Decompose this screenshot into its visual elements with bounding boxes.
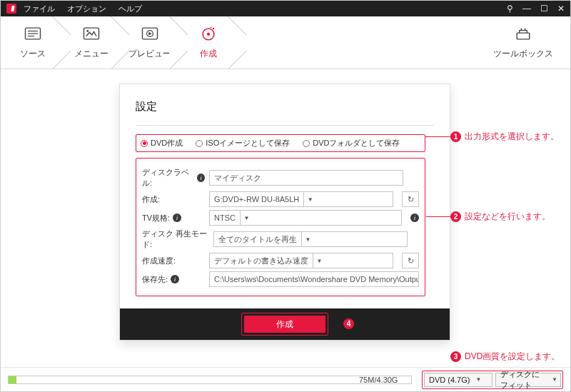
chevron-down-icon: ▼	[313, 253, 325, 268]
preview-icon	[140, 25, 160, 42]
settings-form: ディスクラベル:i マイディスク 作成: G:DVD+-RW DU-8A5LH▼…	[136, 158, 425, 296]
chevron-down-icon: ▼	[475, 376, 481, 383]
tab-create[interactable]: 作成	[179, 16, 238, 69]
create-button-frame: 作成	[241, 313, 328, 336]
radio-dot-icon	[196, 140, 203, 147]
callout-1: 1出力形式を選択します。	[450, 131, 559, 143]
capacity-progress	[8, 376, 412, 384]
refresh-burner-button[interactable]: ↻	[402, 191, 419, 207]
select-burn-to[interactable]: G:DVD+-RW DU-8A5LH▼	[209, 191, 393, 207]
close-icon[interactable]: ✕	[557, 4, 565, 14]
radio-dvd-create[interactable]: DVD作成	[141, 138, 183, 149]
menu-option[interactable]: オプション	[67, 4, 106, 13]
badge-icon: 3	[450, 351, 461, 362]
select-play-mode[interactable]: 全てのタイトルを再生▼	[213, 231, 408, 247]
callout-connector	[426, 216, 450, 217]
tab-menu-label: メニュー	[74, 48, 108, 60]
progress-fill	[9, 376, 16, 383]
select-fit-mode[interactable]: ディスクにフィット▼	[495, 373, 561, 387]
info-icon[interactable]: i	[197, 174, 205, 182]
divider	[136, 125, 434, 126]
label-save-to: 保存先:	[142, 274, 168, 285]
panel-title: 設定	[136, 100, 434, 114]
label-disc-label: ディスクラベル:	[142, 167, 194, 189]
badge-icon: 2	[450, 211, 461, 222]
tab-toolbox[interactable]: ツールボックス	[493, 16, 553, 69]
window-controls: ⚲ — ☐ ✕	[500, 4, 565, 14]
svg-rect-13	[517, 33, 530, 39]
tab-toolbox-label: ツールボックス	[493, 48, 553, 60]
svg-point-14	[520, 29, 522, 30]
svg-point-12	[211, 26, 212, 28]
label-burn-speed: 作成速度:	[142, 256, 176, 266]
input-disc-label[interactable]: マイディスク	[209, 170, 403, 186]
radio-dot-icon	[303, 140, 310, 147]
menu-bar: ファイル オプション ヘルプ	[24, 4, 152, 14]
info-icon[interactable]: i	[410, 213, 419, 222]
svg-point-10	[207, 33, 210, 36]
status-bar: 75M/4.30G DVD (4.7G)▼ ディスクにフィット▼	[1, 367, 570, 391]
svg-point-15	[525, 29, 526, 30]
select-disc-type[interactable]: DVD (4.7G)▼	[424, 373, 492, 387]
quality-selectors-frame: DVD (4.7G)▼ ディスクにフィット▼	[422, 371, 563, 389]
callout-connector	[425, 136, 450, 137]
action-bar: 作成	[120, 308, 450, 340]
output-format-group: DVD作成 ISOイメージとして保存 DVDフォルダとして保存	[136, 134, 425, 152]
source-icon	[23, 25, 43, 42]
maximize-icon[interactable]: ☐	[540, 4, 548, 14]
tab-source[interactable]: ソース	[4, 16, 62, 69]
menu-file[interactable]: ファイル	[24, 4, 55, 13]
tab-strip: ソース メニュー プレビュー 作成 ツールボックス	[1, 16, 570, 69]
tab-create-label: 作成	[200, 48, 217, 60]
svg-point-11	[213, 28, 214, 29]
chevron-down-icon: ▼	[240, 210, 253, 226]
create-button[interactable]: 作成	[244, 316, 325, 333]
info-icon[interactable]: i	[171, 275, 179, 283]
tab-source-label: ソース	[20, 48, 46, 60]
tab-preview-label: プレビュー	[128, 48, 171, 60]
tab-menu[interactable]: メニュー	[62, 16, 121, 69]
refresh-speed-button[interactable]: ↻	[402, 253, 419, 268]
svg-marker-8	[148, 31, 151, 35]
badge-icon: 4	[343, 318, 354, 329]
radio-dvd-folder[interactable]: DVDフォルダとして保存	[303, 138, 400, 149]
pin-icon[interactable]: ⚲	[507, 4, 513, 14]
settings-panel: 設定 DVD作成 ISOイメージとして保存 DVDフォルダとして保存 ディスクラ…	[119, 84, 450, 341]
badge-icon: 1	[450, 131, 461, 142]
tab-preview[interactable]: プレビュー	[121, 16, 179, 69]
callout-3: 3DVD画質を設定します。	[450, 351, 560, 363]
input-save-to[interactable]: C:\Users\ws\Documents\Wondershare DVD Me…	[209, 271, 419, 287]
callout-2: 2設定などを行います。	[450, 211, 550, 223]
label-play-mode: ディスク 再生モード:	[142, 228, 209, 250]
info-icon[interactable]: i	[173, 213, 181, 222]
label-burn-to: 作成:	[142, 194, 160, 205]
titlebar: ファイル オプション ヘルプ ⚲ — ☐ ✕	[1, 1, 570, 16]
callout-4: 4	[343, 318, 354, 329]
select-burn-speed[interactable]: デフォルトの書き込み速度▼	[209, 253, 393, 268]
select-tv-standard[interactable]: NTSC▼	[209, 210, 402, 226]
menu-help[interactable]: ヘルプ	[118, 4, 142, 13]
chevron-down-icon: ▼	[303, 191, 316, 207]
minimize-icon[interactable]: —	[522, 4, 531, 14]
radio-iso-save[interactable]: ISOイメージとして保存	[196, 138, 290, 149]
chevron-down-icon: ▼	[552, 376, 557, 383]
svg-point-5	[86, 30, 89, 32]
app-icon	[6, 4, 16, 14]
label-tv-standard: TV規格:	[142, 213, 170, 223]
radio-dot-icon	[141, 140, 148, 147]
chevron-down-icon: ▼	[301, 231, 314, 247]
menu-icon	[81, 25, 101, 42]
create-icon	[198, 25, 218, 42]
capacity-text: 75M/4.30G	[359, 376, 398, 384]
toolbox-icon	[513, 25, 533, 42]
